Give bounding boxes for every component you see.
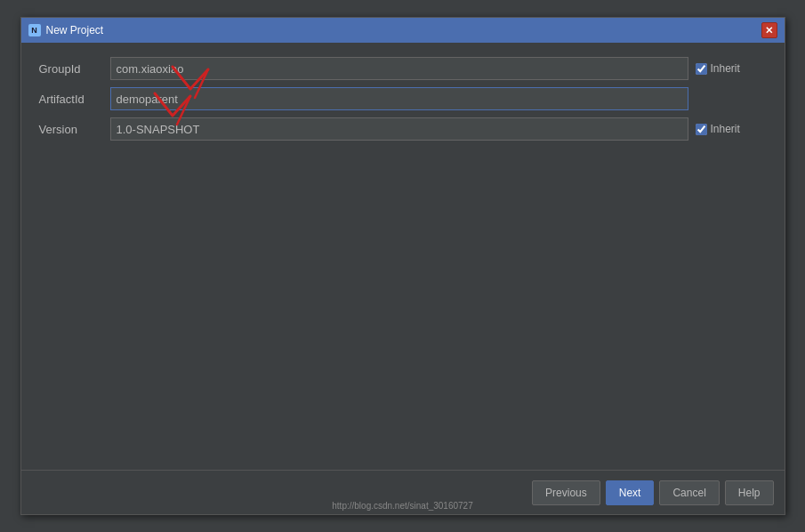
- group-id-label: GroupId: [39, 62, 110, 76]
- footer-url: http://blog.csdn.net/sinat_30160727: [332, 501, 472, 511]
- dialog-title: New Project: [46, 24, 104, 36]
- version-row: Version Inherit: [39, 117, 767, 141]
- group-id-inherit-label: Inherit: [711, 62, 740, 75]
- next-button[interactable]: Next: [606, 480, 655, 505]
- version-inherit: Inherit: [696, 123, 767, 135]
- version-inherit-checkbox[interactable]: [696, 124, 707, 135]
- previous-button[interactable]: Previous: [532, 480, 600, 505]
- content-spacer: [39, 148, 767, 455]
- artifact-id-row: ArtifactId: [39, 87, 767, 110]
- group-id-inherit: Inherit: [696, 62, 767, 75]
- new-project-dialog: N New Project ✕ GroupId Inherit Artifact…: [20, 17, 785, 515]
- title-bar-left: N New Project: [28, 24, 104, 36]
- form-area: GroupId Inherit ArtifactId Version: [39, 57, 767, 148]
- artifact-id-label: ArtifactId: [39, 93, 110, 106]
- title-bar: N New Project ✕: [21, 18, 785, 43]
- artifact-id-input[interactable]: [110, 87, 688, 110]
- version-inherit-label: Inherit: [711, 123, 740, 135]
- version-label: Version: [39, 123, 110, 136]
- version-input[interactable]: [110, 117, 688, 141]
- dialog-footer: Previous Next Cancel Help http://blog.cs…: [21, 470, 785, 514]
- group-id-row: GroupId Inherit: [39, 57, 767, 80]
- group-id-input[interactable]: [110, 57, 688, 80]
- group-id-inherit-checkbox[interactable]: [696, 63, 707, 75]
- dialog-content: GroupId Inherit ArtifactId Version: [21, 43, 785, 470]
- help-button[interactable]: Help: [725, 480, 774, 505]
- cancel-button[interactable]: Cancel: [659, 480, 719, 505]
- close-button[interactable]: ✕: [761, 22, 777, 38]
- dialog-icon: N: [28, 24, 41, 36]
